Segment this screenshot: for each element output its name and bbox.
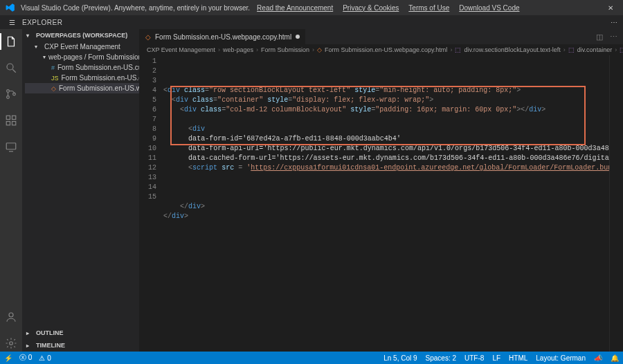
tree-label: Form Submission.en-US.webpage.copy.... bbox=[59, 84, 139, 92]
timeline-header[interactable]: ▸ TIMELINE bbox=[22, 339, 139, 352]
status-errors[interactable]: ⓧ 0 bbox=[19, 353, 32, 363]
css-file-icon: # bbox=[51, 64, 55, 71]
html-file-icon: ◇ bbox=[51, 85, 56, 92]
link-announcement[interactable]: Read the Announcement bbox=[257, 4, 333, 12]
editor-area: ◇ Form Submission.en-US.webpage.copy.htm… bbox=[140, 29, 623, 352]
symbol-icon: ⬚ bbox=[568, 46, 575, 53]
code-line[interactable] bbox=[161, 192, 609, 202]
split-editor-icon[interactable]: ◫ bbox=[596, 33, 603, 42]
breadcrumb-part[interactable]: web-pages bbox=[223, 46, 253, 53]
code-line[interactable]: <div class="container" style="display: f… bbox=[161, 95, 609, 105]
workspace-header[interactable]: ▾ POWERPAGES (WORKSPACE) bbox=[22, 29, 139, 42]
minimap[interactable] bbox=[609, 55, 623, 352]
status-warnings[interactable]: ⚠ 0 bbox=[39, 354, 51, 362]
editor-tab[interactable]: ◇ Form Submission.en-US.webpage.copy.htm… bbox=[140, 29, 306, 44]
svg-rect-9 bbox=[6, 143, 16, 149]
status-bar: ⚡ ⓧ 0 ⚠ 0 Ln 5, Col 9 Spaces: 2 UTF-8 LF… bbox=[0, 352, 623, 364]
tree-folder[interactable]: ▾ web-pages / Form Submission bbox=[25, 52, 139, 62]
symbol-icon: ⬚ bbox=[620, 46, 623, 53]
settings-gear-icon[interactable] bbox=[3, 335, 19, 352]
code-line[interactable]: </div> bbox=[161, 202, 609, 212]
chevron-down-icon: ▾ bbox=[43, 54, 46, 60]
menu-bar: ☰ EXPLORER ⋯ bbox=[0, 15, 623, 29]
code-editor[interactable]: 123456789101112131415 <div class="row se… bbox=[140, 55, 623, 352]
code-line[interactable]: <script src = 'https://cxppusa1formui01c… bbox=[161, 163, 609, 173]
link-privacy[interactable]: Privacy & Cookies bbox=[343, 4, 399, 12]
breadcrumb-part[interactable]: Form Submission bbox=[261, 46, 309, 53]
close-icon[interactable]: ✕ bbox=[604, 4, 617, 12]
tab-bar: ◇ Form Submission.en-US.webpage.copy.htm… bbox=[140, 29, 623, 44]
title-text: Visual Studio Code (Preview). Anywhere, … bbox=[21, 4, 250, 12]
chevron-right-icon: ▸ bbox=[26, 343, 33, 349]
explorer-more-icon[interactable]: ⋯ bbox=[611, 19, 617, 26]
status-eol[interactable]: LF bbox=[492, 354, 500, 362]
menu-icon[interactable]: ☰ bbox=[6, 19, 18, 26]
workspace-label: POWERPAGES (WORKSPACE) bbox=[36, 32, 127, 39]
tree-folder[interactable]: ▾ CXP Event Management bbox=[25, 42, 139, 52]
status-language[interactable]: HTML bbox=[509, 354, 527, 362]
link-download[interactable]: Download VS Code bbox=[459, 4, 519, 12]
title-links: Read the Announcement Privacy & Cookies … bbox=[257, 4, 519, 12]
chevron-down-icon: ▾ bbox=[26, 33, 33, 39]
code-line[interactable]: data-form-api-url='https://public-eur.mk… bbox=[161, 144, 609, 154]
html-file-icon: ◇ bbox=[317, 46, 322, 53]
breadcrumb-part[interactable]: div.row.sectionBlockLayout.text-left bbox=[464, 46, 560, 53]
code-line[interactable] bbox=[161, 173, 609, 183]
file-tree: ▾ CXP Event Management ▾ web-pages / For… bbox=[22, 42, 139, 93]
html-file-icon: ◇ bbox=[145, 33, 151, 41]
status-ln-col[interactable]: Ln 5, Col 9 bbox=[383, 354, 417, 362]
breadcrumb[interactable]: CXP Event Management› web-pages› Form Su… bbox=[140, 44, 623, 55]
code-line[interactable]: <div bbox=[161, 125, 609, 134]
tree-label: web-pages / Form Submission bbox=[48, 53, 139, 61]
code-line[interactable] bbox=[161, 221, 609, 231]
code-line[interactable]: data-cached-form-url='https://assets-eur… bbox=[161, 154, 609, 163]
sidebar: ▾ POWERPAGES (WORKSPACE) ▾ CXP Event Man… bbox=[22, 29, 140, 352]
svg-rect-6 bbox=[12, 116, 16, 119]
explorer-label: EXPLORER bbox=[22, 19, 62, 26]
code-line[interactable]: data-form-id='687ed42a-a7fb-ed11-8848-00… bbox=[161, 134, 609, 144]
dirty-indicator-icon bbox=[296, 35, 300, 39]
status-spaces[interactable]: Spaces: 2 bbox=[426, 354, 456, 362]
source-control-icon[interactable] bbox=[3, 86, 19, 102]
tree-file-html[interactable]: ◇ Form Submission.en-US.webpage.copy.... bbox=[25, 83, 139, 93]
account-icon[interactable] bbox=[3, 309, 19, 325]
svg-rect-8 bbox=[12, 122, 16, 125]
outline-header[interactable]: ▸ OUTLINE bbox=[22, 327, 139, 339]
notifications-icon[interactable]: 🔔 bbox=[611, 354, 619, 362]
feedback-icon[interactable]: 📣 bbox=[594, 354, 602, 362]
activity-bar bbox=[0, 29, 22, 352]
main-area: ▾ POWERPAGES (WORKSPACE) ▾ CXP Event Man… bbox=[0, 29, 623, 352]
extensions-icon[interactable] bbox=[3, 112, 19, 129]
outline-label: OUTLINE bbox=[36, 329, 64, 336]
remote-indicator-icon[interactable]: ⚡ bbox=[4, 354, 12, 362]
svg-point-12 bbox=[10, 342, 13, 345]
code-line[interactable]: <div class="row sectionBlockLayout text-… bbox=[161, 86, 609, 95]
tree-file-css[interactable]: # Form Submission.en-US.customcss.css bbox=[25, 62, 139, 73]
status-layout[interactable]: Layout: German bbox=[536, 354, 586, 362]
svg-point-2 bbox=[7, 90, 10, 93]
link-terms[interactable]: Terms of Use bbox=[408, 4, 449, 12]
search-icon[interactable] bbox=[3, 60, 19, 76]
status-encoding[interactable]: UTF-8 bbox=[464, 354, 484, 362]
code-line[interactable] bbox=[161, 183, 609, 192]
breadcrumb-part[interactable]: Form Submission.en-US.webpage.copy.html bbox=[325, 46, 447, 53]
code-content[interactable]: <div class="row sectionBlockLayout text-… bbox=[161, 55, 609, 352]
code-line[interactable] bbox=[161, 115, 609, 125]
tree-label: Form Submission.en-US.customcss.css bbox=[57, 64, 139, 71]
explorer-icon[interactable] bbox=[3, 33, 19, 50]
tab-actions: ◫ ⋯ bbox=[590, 29, 623, 44]
breadcrumb-part[interactable]: div.container bbox=[577, 46, 612, 53]
vscode-logo-icon bbox=[6, 3, 15, 12]
tree-label: Form Submission.en-US.customjs.js bbox=[62, 74, 139, 82]
tree-file-js[interactable]: JS Form Submission.en-US.customjs.js bbox=[25, 73, 139, 83]
svg-line-1 bbox=[12, 69, 16, 73]
more-actions-icon[interactable]: ⋯ bbox=[610, 33, 617, 42]
line-gutter: 123456789101112131415 bbox=[140, 55, 161, 352]
chevron-right-icon: ▸ bbox=[26, 330, 33, 336]
svg-point-0 bbox=[7, 64, 13, 70]
breadcrumb-part[interactable]: CXP Event Management bbox=[147, 46, 215, 53]
code-line[interactable]: </div> bbox=[161, 212, 609, 221]
chevron-down-icon: ▾ bbox=[35, 44, 42, 50]
code-line[interactable]: <div class="col-md-12 columnBlockLayout"… bbox=[161, 105, 609, 115]
remote-icon[interactable] bbox=[3, 138, 19, 155]
